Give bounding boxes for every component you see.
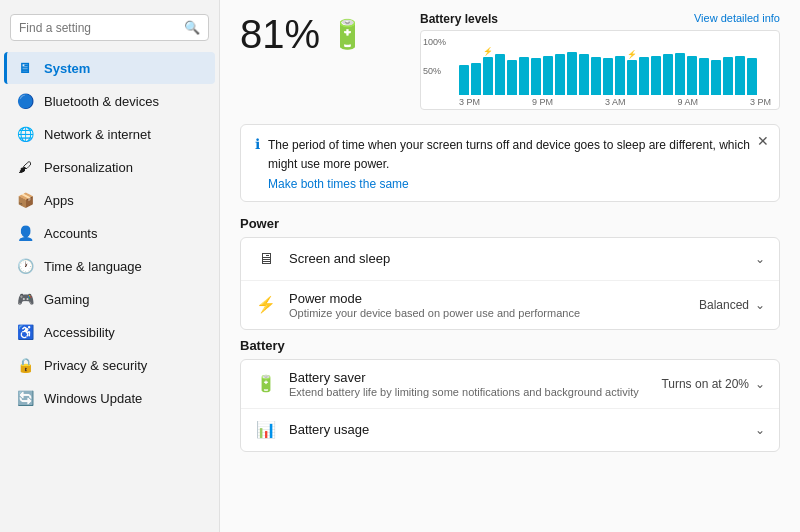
power-settings-card: 🖥 Screen and sleep ⌄ ⚡ Power mode Optimi… — [240, 237, 780, 330]
sidebar-label-update: Windows Update — [44, 391, 142, 406]
chart-bar — [531, 58, 541, 95]
chart-bar — [591, 57, 601, 95]
info-banner-link[interactable]: Make both times the same — [268, 177, 765, 191]
search-input[interactable] — [19, 21, 180, 35]
battery-saver-text: Battery saver Extend battery life by lim… — [289, 370, 649, 398]
sidebar-item-apps[interactable]: 📦 Apps — [4, 184, 215, 216]
sidebar-label-system: System — [44, 61, 90, 76]
chart-bar — [675, 53, 685, 95]
power-mode-chevron: ⌄ — [755, 298, 765, 312]
privacy-icon: 🔒 — [16, 356, 34, 374]
chart-x-label: 3 PM — [459, 97, 480, 107]
chart-title: Battery levels — [420, 12, 498, 26]
battery-saver-row[interactable]: 🔋 Battery saver Extend battery life by l… — [241, 360, 779, 409]
sidebar-item-personalization[interactable]: 🖌 Personalization — [4, 151, 215, 183]
chart-bar — [735, 56, 745, 95]
screen-sleep-right: ⌄ — [755, 252, 765, 266]
chart-bar — [567, 52, 577, 95]
sidebar-item-privacy[interactable]: 🔒 Privacy & security — [4, 349, 215, 381]
sidebar-item-system[interactable]: 🖥 System — [4, 52, 215, 84]
power-mode-title: Power mode — [289, 291, 687, 306]
battery-saver-right: Turns on at 20% ⌄ — [661, 377, 765, 391]
chart-bars: ⚡⚡ — [459, 37, 771, 95]
power-mode-value: Balanced — [699, 298, 749, 312]
chart-x-labels: 3 PM9 PM3 AM9 AM3 PM — [459, 97, 771, 107]
chart-bar — [519, 57, 529, 95]
accounts-icon: 👤 — [16, 224, 34, 242]
sidebar-item-accessibility[interactable]: ♿ Accessibility — [4, 316, 215, 348]
search-box[interactable]: 🔍 — [10, 14, 209, 41]
screen-sleep-icon: 🖥 — [255, 248, 277, 270]
chart-bar — [543, 56, 553, 95]
chart-bar — [555, 54, 565, 95]
chart-x-label: 9 AM — [677, 97, 698, 107]
sidebar-label-accounts: Accounts — [44, 226, 97, 241]
chart-bar: ⚡ — [483, 57, 493, 95]
power-mode-icon: ⚡ — [255, 294, 277, 316]
sidebar-label-network: Network & internet — [44, 127, 151, 142]
info-banner-content: The period of time when your screen turn… — [268, 135, 765, 191]
power-mode-subtitle: Optimize your device based on power use … — [289, 307, 687, 319]
sidebar-label-privacy: Privacy & security — [44, 358, 147, 373]
battery-usage-icon: 📊 — [255, 419, 277, 441]
sidebar-item-accounts[interactable]: 👤 Accounts — [4, 217, 215, 249]
screen-sleep-row[interactable]: 🖥 Screen and sleep ⌄ — [241, 238, 779, 281]
screen-sleep-chevron: ⌄ — [755, 252, 765, 266]
screen-sleep-text: Screen and sleep — [289, 251, 743, 266]
power-mode-text: Power mode Optimize your device based on… — [289, 291, 687, 319]
bluetooth-icon: 🔵 — [16, 92, 34, 110]
chart-bar — [651, 56, 661, 95]
chart-container: 100% 50% ⚡⚡ 3 PM9 PM3 AM9 AM3 PM — [420, 30, 780, 110]
app-container: 🔍 🖥 System 🔵 Bluetooth & devices 🌐 Netwo… — [0, 0, 800, 532]
chart-x-label: 9 PM — [532, 97, 553, 107]
battery-usage-row[interactable]: 📊 Battery usage ⌄ — [241, 409, 779, 451]
power-mode-row[interactable]: ⚡ Power mode Optimize your device based … — [241, 281, 779, 329]
y-label-50: 50% — [423, 66, 446, 76]
sidebar: 🔍 🖥 System 🔵 Bluetooth & devices 🌐 Netwo… — [0, 0, 220, 532]
battery-settings-card: 🔋 Battery saver Extend battery life by l… — [240, 359, 780, 452]
chart-bar — [639, 57, 649, 95]
sidebar-item-time[interactable]: 🕐 Time & language — [4, 250, 215, 282]
view-detailed-link[interactable]: View detailed info — [694, 12, 780, 26]
sidebar-item-update[interactable]: 🔄 Windows Update — [4, 382, 215, 414]
chart-bar — [747, 58, 757, 95]
sidebar-label-time: Time & language — [44, 259, 142, 274]
network-icon: 🌐 — [16, 125, 34, 143]
battery-saver-subtitle: Extend battery life by limiting some not… — [289, 386, 649, 398]
battery-saver-chevron: ⌄ — [755, 377, 765, 391]
chart-bar — [687, 56, 697, 95]
chart-bar — [699, 58, 709, 95]
battery-saver-value: Turns on at 20% — [661, 377, 749, 391]
apps-icon: 📦 — [16, 191, 34, 209]
screen-sleep-title: Screen and sleep — [289, 251, 743, 266]
accessibility-icon: ♿ — [16, 323, 34, 341]
chart-bar — [459, 65, 469, 95]
chart-bar — [495, 54, 505, 95]
lightning-icon: ⚡ — [627, 50, 637, 59]
sidebar-item-bluetooth[interactable]: 🔵 Bluetooth & devices — [4, 85, 215, 117]
battery-saver-title: Battery saver — [289, 370, 649, 385]
sidebar-item-network[interactable]: 🌐 Network & internet — [4, 118, 215, 150]
update-icon: 🔄 — [16, 389, 34, 407]
chart-bar — [471, 63, 481, 95]
gaming-icon: 🎮 — [16, 290, 34, 308]
battery-percent-value: 81% — [240, 12, 320, 57]
sidebar-item-gaming[interactable]: 🎮 Gaming — [4, 283, 215, 315]
battery-section-header: Battery — [240, 338, 780, 353]
system-icon: 🖥 — [16, 59, 34, 77]
chart-bar — [603, 58, 613, 95]
chart-x-label: 3 AM — [605, 97, 626, 107]
sidebar-label-accessibility: Accessibility — [44, 325, 115, 340]
battery-chart-area: Battery levels View detailed info 100% 5… — [420, 12, 780, 110]
main-content: 81% 🔋 Battery levels View detailed info … — [220, 0, 800, 532]
battery-usage-right: ⌄ — [755, 423, 765, 437]
chart-title-row: Battery levels View detailed info — [420, 12, 780, 26]
info-icon: ℹ — [255, 136, 260, 152]
y-label-100: 100% — [423, 37, 446, 47]
chart-x-label: 3 PM — [750, 97, 771, 107]
info-banner-text: The period of time when your screen turn… — [268, 138, 750, 171]
personalization-icon: 🖌 — [16, 158, 34, 176]
sidebar-label-apps: Apps — [44, 193, 74, 208]
info-banner-close[interactable]: ✕ — [757, 133, 769, 149]
battery-usage-chevron: ⌄ — [755, 423, 765, 437]
